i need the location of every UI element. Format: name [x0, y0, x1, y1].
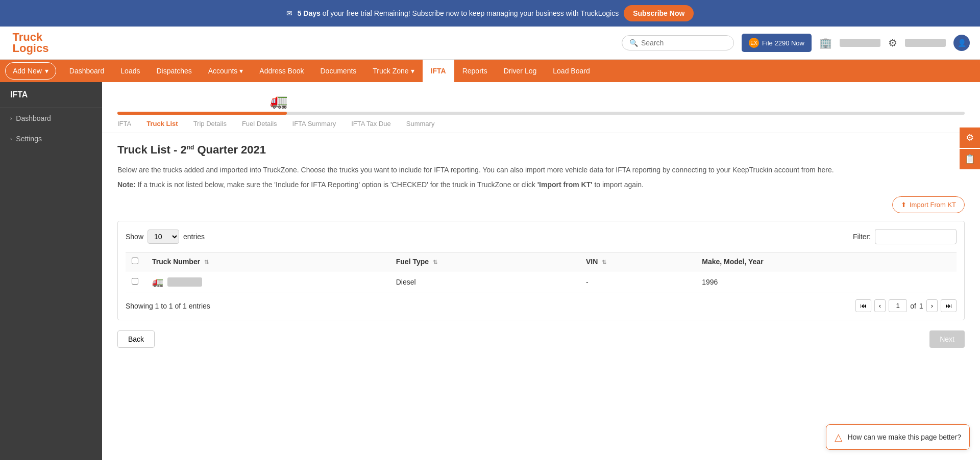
- right-tools: ⚙ 📋: [960, 127, 980, 169]
- step-ifta-tax-due[interactable]: IFTA Tax Due: [351, 115, 406, 133]
- search-icon: 🔍: [629, 39, 638, 47]
- truck-number-blurred: XXXXXXX: [167, 277, 202, 287]
- truck-logo-mini-icon: 🚛: [152, 276, 163, 288]
- navbar: Add New ▾ Dashboard Loads Dispatches Acc…: [0, 60, 980, 82]
- add-new-button[interactable]: Add New ▾: [5, 62, 56, 80]
- banner-text: 5 Days of your free trial Remaining! Sub…: [298, 9, 619, 17]
- step-ifta[interactable]: IFTA: [117, 115, 146, 133]
- upload-icon: ⬆: [901, 201, 906, 209]
- th-make-model-year: Make, Model, Year: [696, 252, 957, 271]
- chevron-right-icon: ›: [10, 116, 12, 121]
- td-vin: -: [580, 271, 696, 293]
- entries-select[interactable]: 10 25 50 100: [148, 229, 179, 244]
- nav-driver-log[interactable]: Driver Log: [496, 60, 545, 82]
- last-page-button[interactable]: ⏭: [941, 299, 957, 312]
- nav-ifta[interactable]: IFTA: [423, 60, 454, 82]
- feedback-text: How can we make this page better?: [847, 433, 961, 441]
- table-wrapper: Show 10 25 50 100 entries Filter:: [117, 221, 965, 320]
- nav-truck-zone[interactable]: Truck Zone ▾: [364, 60, 422, 82]
- sidebar-item-settings[interactable]: › Settings: [0, 129, 102, 149]
- search-input[interactable]: [641, 39, 726, 47]
- logo-text: Truck Logics: [13, 32, 49, 54]
- prev-page-button[interactable]: ‹: [874, 299, 886, 312]
- th-truck-number: Truck Number ⇅: [146, 252, 390, 271]
- th-fuel-type: Fuel Type ⇅: [390, 252, 580, 271]
- nav-documents[interactable]: Documents: [312, 60, 365, 82]
- blurred-header-text: [840, 39, 880, 47]
- filter-input[interactable]: [875, 229, 957, 244]
- sidebar: IFTA › Dashboard › Settings: [0, 82, 102, 460]
- filter-area: Filter:: [853, 229, 957, 244]
- nav-loads[interactable]: Loads: [112, 60, 148, 82]
- chevron-right-icon-2: ›: [10, 136, 12, 142]
- truck-icon: 🚛: [270, 92, 965, 109]
- building-icon: 🏢: [819, 37, 832, 49]
- truck-logo-cell: 🚛 XXXXXXX: [152, 276, 384, 288]
- show-entries: Show 10 25 50 100 entries: [126, 229, 205, 244]
- header-right: 🔍 EX File 2290 Now 🏢 ⚙ 👤: [622, 34, 970, 52]
- add-new-chevron-icon: ▾: [45, 67, 48, 75]
- sort-icon-fuel: ⇅: [433, 259, 437, 265]
- first-page-button[interactable]: ⏮: [855, 299, 871, 312]
- nav-load-board[interactable]: Load Board: [545, 60, 598, 82]
- nav-accounts[interactable]: Accounts ▾: [200, 60, 252, 82]
- back-button[interactable]: Back: [117, 330, 155, 348]
- layout: IFTA › Dashboard › Settings 🚛 IFTA Truck…: [0, 82, 980, 460]
- sidebar-title: IFTA: [0, 82, 102, 108]
- progress-bar-fill: [117, 112, 287, 115]
- import-from-kt-button[interactable]: ⬆ Import From KT: [892, 196, 965, 213]
- sort-icon-vin: ⇅: [602, 259, 606, 265]
- file-2290-button[interactable]: EX File 2290 Now: [742, 34, 812, 52]
- accounts-chevron-icon: ▾: [239, 67, 243, 75]
- header: Truck Logics 🔍 EX File 2290 Now 🏢 ⚙ 👤: [0, 27, 980, 60]
- sort-icon-truck: ⇅: [204, 259, 209, 265]
- table-controls: Show 10 25 50 100 entries Filter:: [126, 229, 957, 244]
- td-make-model-year: 1996: [696, 271, 957, 293]
- nav-address-book[interactable]: Address Book: [251, 60, 312, 82]
- sidebar-item-settings-label: Settings: [16, 135, 42, 143]
- content: Truck List - 2nd Quarter 2021 Below are …: [102, 133, 980, 358]
- main-content: 🚛 IFTA Truck List Trip Details Fuel Deta…: [102, 82, 980, 460]
- nav-dashboard[interactable]: Dashboard: [61, 60, 113, 82]
- top-banner: ✉ 5 Days of your free trial Remaining! S…: [0, 0, 980, 27]
- file-btn-label: File 2290 Now: [762, 39, 804, 47]
- feedback-widget[interactable]: △ How can we make this page better?: [826, 424, 970, 450]
- sidebar-item-dashboard[interactable]: › Dashboard: [0, 108, 102, 129]
- right-settings-button[interactable]: ⚙: [960, 127, 980, 148]
- step-ifta-summary[interactable]: IFTA Summary: [292, 115, 352, 133]
- page-number-input[interactable]: [889, 299, 907, 312]
- showing-text: Showing 1 to 1 of 1 entries: [126, 302, 210, 310]
- row-checkbox[interactable]: [132, 278, 138, 285]
- page-total: 1: [919, 302, 923, 310]
- step-truck-list[interactable]: Truck List: [146, 115, 193, 133]
- banner-envelope-icon: ✉: [286, 9, 292, 17]
- page-title: Truck List - 2nd Quarter 2021: [117, 143, 965, 157]
- td-fuel-type: Diesel: [390, 271, 580, 293]
- select-all-checkbox[interactable]: [132, 258, 138, 264]
- th-checkbox: [126, 252, 146, 271]
- right-report-button[interactable]: 📋: [960, 149, 980, 169]
- subscribe-button[interactable]: Subscribe Now: [624, 5, 694, 21]
- truck-table: Truck Number ⇅ Fuel Type ⇅ VIN ⇅ Make, M…: [126, 252, 957, 293]
- search-box[interactable]: 🔍: [622, 35, 734, 50]
- nav-reports[interactable]: Reports: [454, 60, 496, 82]
- avatar[interactable]: 👤: [953, 35, 970, 51]
- step-fuel-details[interactable]: Fuel Details: [242, 115, 292, 133]
- action-buttons: Back Next: [117, 330, 965, 348]
- td-checkbox: [126, 271, 146, 293]
- import-btn-area: ⬆ Import From KT: [117, 196, 965, 213]
- truckzone-chevron-icon: ▾: [411, 67, 414, 75]
- file-btn-prefix: EX: [749, 38, 759, 48]
- next-button[interactable]: Next: [929, 330, 965, 348]
- description: Below are the trucks added and imported …: [117, 164, 965, 175]
- step-trip-details[interactable]: Trip Details: [193, 115, 242, 133]
- page-of: of: [910, 302, 916, 310]
- sidebar-item-dashboard-label: Dashboard: [16, 114, 51, 122]
- td-truck-number: 🚛 XXXXXXX: [146, 271, 390, 293]
- nav-dispatches[interactable]: Dispatches: [148, 60, 200, 82]
- step-summary[interactable]: Summary: [406, 115, 450, 133]
- settings-icon[interactable]: ⚙: [888, 37, 897, 49]
- blurred-user-text: [905, 39, 946, 47]
- next-page-button[interactable]: ›: [926, 299, 938, 312]
- step-tabs: IFTA Truck List Trip Details Fuel Detail…: [102, 115, 980, 133]
